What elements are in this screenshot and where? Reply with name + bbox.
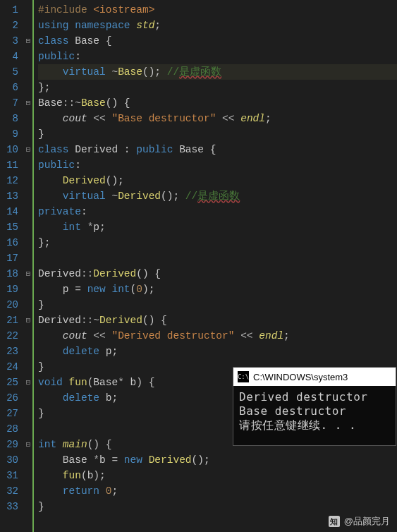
code-editor: 1234567891011121314151617181920212223242… bbox=[0, 0, 397, 532]
code-line[interactable]: } bbox=[38, 499, 397, 514]
code-line[interactable]: fun(b); bbox=[38, 468, 397, 483]
line-number: 29 bbox=[3, 437, 18, 452]
console-titlebar[interactable]: C:\ C:\WINDOWS\system3 bbox=[233, 368, 396, 386]
line-number: 27 bbox=[3, 406, 18, 421]
fold-marker bbox=[24, 406, 32, 421]
line-number: 21 bbox=[3, 313, 18, 328]
line-number: 3 bbox=[3, 33, 18, 49]
line-number: 24 bbox=[3, 359, 18, 375]
fold-marker[interactable]: ⊟ bbox=[24, 375, 32, 390]
fold-marker bbox=[24, 126, 32, 142]
code-line[interactable]: Derived::Derived() { bbox=[38, 266, 397, 282]
line-number: 33 bbox=[3, 499, 18, 514]
line-number: 23 bbox=[3, 344, 18, 359]
fold-column[interactable]: ⊟⊟⊟⊟⊟⊟⊟ bbox=[24, 0, 34, 532]
code-line[interactable]: #include <iostream> bbox=[38, 2, 397, 18]
line-number: 18 bbox=[3, 266, 18, 282]
code-line[interactable]: virtual ~Base(); //是虚函数 bbox=[38, 64, 397, 80]
fold-marker bbox=[24, 80, 32, 95]
code-line[interactable]: public: bbox=[38, 49, 397, 64]
fold-marker bbox=[24, 2, 32, 18]
fold-marker bbox=[24, 421, 32, 437]
line-number: 5 bbox=[3, 64, 18, 80]
console-title-text: C:\WINDOWS\system3 bbox=[253, 372, 348, 382]
code-line[interactable]: int *p; bbox=[38, 219, 397, 235]
line-number: 1 bbox=[3, 2, 18, 18]
line-number: 14 bbox=[3, 204, 18, 219]
fold-marker[interactable]: ⊟ bbox=[24, 313, 32, 328]
code-line[interactable] bbox=[38, 250, 397, 266]
code-line[interactable]: p = new int(0); bbox=[38, 282, 397, 297]
console-output: Derived destructor Base destructor 请按任意键… bbox=[233, 386, 396, 445]
fold-marker bbox=[24, 64, 32, 80]
code-line[interactable]: Derived(); bbox=[38, 173, 397, 188]
line-number: 10 bbox=[3, 142, 18, 157]
code-line[interactable]: public: bbox=[38, 157, 397, 173]
line-number: 7 bbox=[3, 95, 18, 111]
fold-marker bbox=[24, 297, 32, 313]
line-number: 9 bbox=[3, 126, 18, 142]
code-line[interactable]: delete p; bbox=[38, 344, 397, 359]
fold-marker bbox=[24, 204, 32, 219]
watermark-text: @品颜完月 bbox=[344, 515, 390, 528]
fold-marker bbox=[24, 49, 32, 64]
fold-marker bbox=[24, 499, 32, 514]
fold-marker bbox=[24, 188, 32, 204]
code-area[interactable]: #include <iostream>using namespace std;c… bbox=[34, 0, 397, 532]
code-line[interactable]: private: bbox=[38, 204, 397, 219]
code-line[interactable]: using namespace std; bbox=[38, 18, 397, 33]
line-number: 8 bbox=[3, 111, 18, 126]
zhihu-icon: 知 bbox=[329, 516, 340, 527]
fold-marker bbox=[24, 18, 32, 33]
fold-marker bbox=[24, 111, 32, 126]
fold-marker bbox=[24, 344, 32, 359]
code-line[interactable]: Base::~Base() { bbox=[38, 95, 397, 111]
code-line[interactable]: virtual ~Derived(); //是虚函数 bbox=[38, 188, 397, 204]
fold-marker bbox=[24, 250, 32, 266]
line-number: 2 bbox=[3, 18, 18, 33]
code-line[interactable]: cout << "Derived destructor" << endl; bbox=[38, 328, 397, 344]
code-line[interactable]: Derived::~Derived() { bbox=[38, 313, 397, 328]
fold-marker bbox=[24, 328, 32, 344]
fold-marker[interactable]: ⊟ bbox=[24, 437, 32, 452]
line-number: 12 bbox=[3, 173, 18, 188]
line-number: 11 bbox=[3, 157, 18, 173]
line-number: 6 bbox=[3, 80, 18, 95]
line-number: 28 bbox=[3, 421, 18, 437]
line-number: 26 bbox=[3, 390, 18, 406]
fold-marker[interactable]: ⊟ bbox=[24, 266, 32, 282]
line-number: 4 bbox=[3, 49, 18, 64]
fold-marker bbox=[24, 483, 32, 499]
fold-marker bbox=[24, 282, 32, 297]
code-line[interactable]: cout << "Base destructor" << endl; bbox=[38, 111, 397, 126]
fold-marker bbox=[24, 157, 32, 173]
line-number: 22 bbox=[3, 328, 18, 344]
line-number-gutter: 1234567891011121314151617181920212223242… bbox=[0, 0, 24, 532]
line-number: 31 bbox=[3, 468, 18, 483]
code-line[interactable]: } bbox=[38, 297, 397, 313]
code-line[interactable]: }; bbox=[38, 235, 397, 250]
code-line[interactable]: class Base { bbox=[38, 33, 397, 49]
code-line[interactable]: class Derived : public Base { bbox=[38, 142, 397, 157]
watermark: 知 @品颜完月 bbox=[329, 515, 390, 528]
console-icon: C:\ bbox=[238, 371, 249, 382]
fold-marker[interactable]: ⊟ bbox=[24, 33, 32, 49]
fold-marker[interactable]: ⊟ bbox=[24, 142, 32, 157]
code-line[interactable]: return 0; bbox=[38, 483, 397, 499]
line-number: 30 bbox=[3, 452, 18, 468]
console-window: C:\ C:\WINDOWS\system3 Derived destructo… bbox=[233, 367, 396, 446]
fold-marker[interactable]: ⊟ bbox=[24, 95, 32, 111]
fold-marker bbox=[24, 235, 32, 250]
line-number: 25 bbox=[3, 375, 18, 390]
code-line[interactable]: } bbox=[38, 126, 397, 142]
fold-marker bbox=[24, 359, 32, 375]
fold-marker bbox=[24, 390, 32, 406]
line-number: 15 bbox=[3, 219, 18, 235]
line-number: 16 bbox=[3, 235, 18, 250]
fold-marker bbox=[24, 452, 32, 468]
code-line[interactable]: Base *b = new Derived(); bbox=[38, 452, 397, 468]
fold-marker bbox=[24, 468, 32, 483]
line-number: 32 bbox=[3, 483, 18, 499]
code-line[interactable]: }; bbox=[38, 80, 397, 95]
fold-marker bbox=[24, 219, 32, 235]
